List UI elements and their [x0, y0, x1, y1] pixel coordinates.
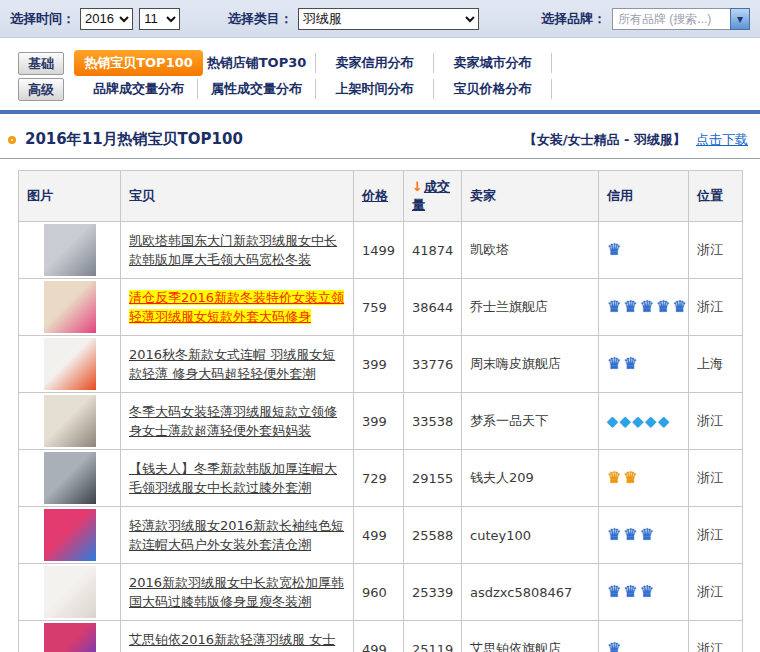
table-row: 艾思铂依2016新款轻薄羽绒服 女士连帽短款大码户外外套超轻 499 25119… — [19, 621, 743, 652]
seller-cell: 钱夫人209 — [462, 450, 599, 507]
category-filter-label: 选择类目： — [228, 10, 293, 28]
item-title-link[interactable]: 【钱夫人】冬季新款韩版加厚连帽大毛领羽绒服女中长款过膝外套潮 — [129, 461, 337, 495]
location-cell: 浙江 — [689, 222, 743, 279]
credit-icons: ♛ — [599, 621, 689, 652]
crown-blue-icon: ♛ — [623, 297, 637, 316]
col-volume: ↓成交量 — [404, 171, 462, 222]
item-title-link[interactable]: 清仓反季2016新款冬装特价女装立领轻薄羽绒服女短款外套大码修身 — [129, 290, 344, 324]
table-row: 凯欧塔韩国东大门新款羽绒服女中长款韩版加厚大毛领大码宽松冬装 1499 4187… — [19, 222, 743, 279]
credit-icons: ♛♛♛♛♛ — [599, 279, 689, 336]
category-select[interactable]: 羽绒服 — [298, 8, 479, 30]
breadcrumb: 【女装/女士精品 - 羽绒服】 — [524, 132, 686, 147]
volume-cell: 33776 — [404, 336, 462, 393]
diamond-blue-icon: ◆ — [633, 413, 644, 429]
table-row: 清仓反季2016新款冬装特价女装立领轻薄羽绒服女短款外套大码修身 759 386… — [19, 279, 743, 336]
credit-icons: ♛♛ — [599, 450, 689, 507]
crown-blue-icon: ♛ — [607, 297, 621, 316]
tab-item-price-dist[interactable]: 宝贝价格分布 — [454, 80, 532, 98]
item-title-link[interactable]: 2016秋冬新款女式连帽 羽绒服女短款轻薄 修身大码超轻轻便外套潮 — [129, 347, 335, 381]
item-title-link[interactable]: 艾思铂依2016新款轻薄羽绒服 女士连帽短款大码户外外套超轻 — [129, 632, 335, 652]
diamond-blue-icon: ◆ — [607, 413, 618, 429]
crown-blue-icon: ♛ — [640, 297, 654, 316]
diamond-blue-icon: ◆ — [645, 413, 656, 429]
brand-dropdown-button[interactable]: ▾ — [730, 8, 750, 30]
location-cell: 浙江 — [689, 507, 743, 564]
tab-group-advanced[interactable]: 高级 — [18, 78, 64, 101]
top100-table: 图片 宝贝 价格 ↓成交量 卖家 信用 位置 凯欧塔韩国东大门新款羽绒服女中长款… — [18, 170, 743, 652]
product-image[interactable] — [44, 623, 96, 652]
location-cell: 浙江 — [689, 393, 743, 450]
seller-cell: 梦系一品天下 — [462, 393, 599, 450]
volume-cell: 25588 — [404, 507, 462, 564]
seller-cell: 周末嗨皮旗舰店 — [462, 336, 599, 393]
table-row: 2016新款羽绒服女中长款宽松加厚韩国大码过膝韩版修身显瘦冬装潮 960 253… — [19, 564, 743, 621]
credit-icons: ♛♛♛ — [599, 564, 689, 621]
tab-group-basic[interactable]: 基础 — [18, 52, 64, 75]
table-row: 2016秋冬新款女式连帽 羽绒服女短款轻薄 修身大码超轻轻便外套潮 399 33… — [19, 336, 743, 393]
crown-blue-icon: ♛ — [607, 582, 621, 601]
col-item: 宝贝 — [121, 171, 354, 222]
price-cell: 729 — [354, 450, 404, 507]
volume-cell: 25119 — [404, 621, 462, 652]
crown-blue-icon: ♛ — [607, 354, 621, 373]
basic-tab-row: 基础 热销宝贝TOP100 热销店铺TOP30 卖家信用分布 卖家城市分布 — [18, 50, 760, 76]
product-image[interactable] — [44, 452, 96, 504]
table-row: 轻薄款羽绒服女2016新款长袖纯色短款连帽大码户外女装外套清仓潮 499 255… — [19, 507, 743, 564]
price-sort-link[interactable]: 价格 — [362, 188, 388, 203]
tab-navigation: 基础 热销宝贝TOP100 热销店铺TOP30 卖家信用分布 卖家城市分布 高级… — [18, 50, 760, 102]
price-cell: 499 — [354, 507, 404, 564]
table-body: 凯欧塔韩国东大门新款羽绒服女中长款韩版加厚大毛领大码宽松冬装 1499 4187… — [19, 222, 743, 652]
download-link[interactable]: 点击下载 — [696, 132, 748, 147]
seller-cell: 凯欧塔 — [462, 222, 599, 279]
crown-blue-icon: ♛ — [623, 525, 637, 544]
location-cell: 浙江 — [689, 564, 743, 621]
product-image[interactable] — [44, 224, 96, 276]
crown-blue-icon: ♛ — [623, 582, 637, 601]
col-image: 图片 — [19, 171, 121, 222]
price-cell: 399 — [354, 336, 404, 393]
seller-cell: cutey100 — [462, 507, 599, 564]
crown-blue-icon: ♛ — [607, 525, 621, 544]
month-select[interactable]: 11 — [139, 8, 179, 30]
product-image[interactable] — [44, 509, 96, 561]
item-title-link[interactable]: 凯欧塔韩国东大门新款羽绒服女中长款韩版加厚大毛领大码宽松冬装 — [129, 233, 337, 267]
tab-attribute-volume-dist[interactable]: 属性成交量分布 — [211, 80, 302, 98]
brand-combobox: ▾ — [612, 8, 750, 30]
credit-icons: ◆◆◆◆◆ — [599, 393, 689, 450]
price-cell: 759 — [354, 279, 404, 336]
diamond-blue-icon: ◆ — [620, 413, 631, 429]
brand-search-input[interactable] — [612, 8, 730, 30]
tab-hot-shops-top30[interactable]: 热销店铺TOP30 — [207, 54, 307, 72]
year-select[interactable]: 2016 — [80, 8, 133, 30]
item-title-link[interactable]: 冬季大码女装轻薄羽绒服短款立领修身女士薄款超薄轻便外套妈妈装 — [129, 404, 337, 438]
credit-icons: ♛♛♛ — [599, 507, 689, 564]
product-image[interactable] — [44, 395, 96, 447]
col-seller: 卖家 — [462, 171, 599, 222]
price-cell: 399 — [354, 393, 404, 450]
price-cell: 960 — [354, 564, 404, 621]
tab-hot-items-top100[interactable]: 热销宝贝TOP100 — [74, 50, 203, 76]
crown-blue-icon: ♛ — [672, 297, 686, 316]
seller-cell: 乔士兰旗舰店 — [462, 279, 599, 336]
product-image[interactable] — [44, 338, 96, 390]
tab-brand-volume-dist[interactable]: 品牌成交量分布 — [93, 80, 184, 98]
tab-divider-bar — [0, 110, 760, 114]
crown-blue-icon: ♛ — [656, 297, 670, 316]
tab-seller-credit-dist[interactable]: 卖家信用分布 — [336, 54, 414, 72]
crown-blue-icon: ♛ — [640, 525, 654, 544]
volume-cell: 41874 — [404, 222, 462, 279]
sort-desc-icon: ↓ — [412, 179, 423, 194]
crown-blue-icon: ♛ — [640, 582, 654, 601]
item-title-link[interactable]: 2016新款羽绒服女中长款宽松加厚韩国大码过膝韩版修身显瘦冬装潮 — [129, 575, 344, 609]
crown-gold-icon: ♛ — [623, 468, 637, 487]
product-image[interactable] — [44, 566, 96, 618]
crown-gold-icon: ♛ — [607, 468, 621, 487]
crown-blue-icon: ♛ — [607, 240, 621, 259]
tab-listing-time-dist[interactable]: 上架时间分布 — [336, 80, 414, 98]
table-row: 冬季大码女装轻薄羽绒服短款立领修身女士薄款超薄轻便外套妈妈装 399 33538… — [19, 393, 743, 450]
product-image[interactable] — [44, 281, 96, 333]
diamond-blue-icon: ◆ — [658, 413, 669, 429]
tab-seller-city-dist[interactable]: 卖家城市分布 — [454, 54, 532, 72]
seller-cell: 艾思铂依旗舰店 — [462, 621, 599, 652]
item-title-link[interactable]: 轻薄款羽绒服女2016新款长袖纯色短款连帽大码户外女装外套清仓潮 — [129, 518, 344, 552]
